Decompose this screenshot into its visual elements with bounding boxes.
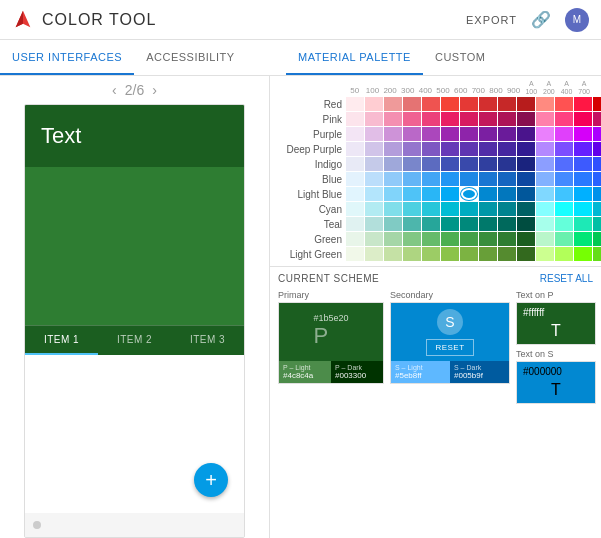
- color-cell-7-4[interactable]: [422, 202, 440, 216]
- color-cell-0-13[interactable]: [593, 97, 601, 111]
- color-cell-1-5[interactable]: [441, 112, 459, 126]
- color-cell-9-9[interactable]: [517, 232, 535, 246]
- color-cell-10-6[interactable]: [460, 247, 478, 261]
- color-cell-10-7[interactable]: [479, 247, 497, 261]
- color-cell-1-10[interactable]: [536, 112, 554, 126]
- text-on-primary-swatch[interactable]: #ffffff T: [516, 302, 596, 345]
- color-cell-2-9[interactable]: [517, 127, 535, 141]
- color-cell-6-3[interactable]: [403, 187, 421, 201]
- color-cell-0-12[interactable]: [574, 97, 592, 111]
- color-cell-9-3[interactable]: [403, 232, 421, 246]
- color-cell-6-6[interactable]: [460, 187, 478, 201]
- color-cell-5-10[interactable]: [536, 172, 554, 186]
- color-cell-0-7[interactable]: [479, 97, 497, 111]
- color-cell-9-2[interactable]: [384, 232, 402, 246]
- preview-tab-2[interactable]: ITEM 2: [98, 326, 171, 355]
- color-cell-1-3[interactable]: [403, 112, 421, 126]
- color-cell-1-9[interactable]: [517, 112, 535, 126]
- color-cell-8-9[interactable]: [517, 217, 535, 231]
- color-cell-0-2[interactable]: [384, 97, 402, 111]
- color-cell-5-0[interactable]: [346, 172, 364, 186]
- tab-user-interfaces[interactable]: USER INTERFACES: [0, 40, 134, 75]
- color-cell-1-13[interactable]: [593, 112, 601, 126]
- color-cell-5-13[interactable]: [593, 172, 601, 186]
- color-cell-2-5[interactable]: [441, 127, 459, 141]
- color-cell-3-11[interactable]: [555, 142, 573, 156]
- tab-custom[interactable]: CUSTOM: [423, 40, 497, 75]
- color-cell-0-4[interactable]: [422, 97, 440, 111]
- color-cell-2-2[interactable]: [384, 127, 402, 141]
- color-cell-7-13[interactable]: [593, 202, 601, 216]
- color-cell-4-6[interactable]: [460, 157, 478, 171]
- color-cell-4-8[interactable]: [498, 157, 516, 171]
- color-cell-5-6[interactable]: [460, 172, 478, 186]
- secondary-color-card[interactable]: S RESET S – Light #5eb8ff S – Dark #005b…: [390, 302, 510, 384]
- color-cell-4-5[interactable]: [441, 157, 459, 171]
- color-cell-4-7[interactable]: [479, 157, 497, 171]
- color-cell-0-8[interactable]: [498, 97, 516, 111]
- color-cell-10-8[interactable]: [498, 247, 516, 261]
- color-cell-9-1[interactable]: [365, 232, 383, 246]
- color-cell-3-7[interactable]: [479, 142, 497, 156]
- color-cell-0-1[interactable]: [365, 97, 383, 111]
- color-cell-2-12[interactable]: [574, 127, 592, 141]
- color-cell-1-7[interactable]: [479, 112, 497, 126]
- color-cell-5-5[interactable]: [441, 172, 459, 186]
- color-cell-4-10[interactable]: [536, 157, 554, 171]
- primary-color-card[interactable]: #1b5e20 P P – Light #4c8c4a P – Dark: [278, 302, 384, 384]
- color-cell-6-1[interactable]: [365, 187, 383, 201]
- color-cell-2-11[interactable]: [555, 127, 573, 141]
- color-cell-8-0[interactable]: [346, 217, 364, 231]
- reset-secondary-button[interactable]: RESET: [426, 339, 473, 356]
- color-cell-3-0[interactable]: [346, 142, 364, 156]
- color-cell-7-7[interactable]: [479, 202, 497, 216]
- color-cell-6-12[interactable]: [574, 187, 592, 201]
- color-cell-1-0[interactable]: [346, 112, 364, 126]
- color-cell-3-6[interactable]: [460, 142, 478, 156]
- color-cell-7-11[interactable]: [555, 202, 573, 216]
- prev-page-button[interactable]: ‹: [112, 82, 117, 98]
- color-cell-5-7[interactable]: [479, 172, 497, 186]
- color-cell-6-11[interactable]: [555, 187, 573, 201]
- color-cell-2-0[interactable]: [346, 127, 364, 141]
- tab-accessibility[interactable]: ACCESSIBILITY: [134, 40, 246, 75]
- color-cell-6-0[interactable]: [346, 187, 364, 201]
- color-cell-8-6[interactable]: [460, 217, 478, 231]
- color-cell-3-13[interactable]: [593, 142, 601, 156]
- color-cell-7-10[interactable]: [536, 202, 554, 216]
- color-cell-2-1[interactable]: [365, 127, 383, 141]
- next-page-button[interactable]: ›: [152, 82, 157, 98]
- color-cell-2-7[interactable]: [479, 127, 497, 141]
- color-cell-10-12[interactable]: [574, 247, 592, 261]
- color-cell-5-1[interactable]: [365, 172, 383, 186]
- color-cell-5-11[interactable]: [555, 172, 573, 186]
- color-cell-6-13[interactable]: [593, 187, 601, 201]
- color-cell-9-5[interactable]: [441, 232, 459, 246]
- color-cell-7-0[interactable]: [346, 202, 364, 216]
- color-cell-10-10[interactable]: [536, 247, 554, 261]
- color-cell-10-2[interactable]: [384, 247, 402, 261]
- color-cell-5-12[interactable]: [574, 172, 592, 186]
- color-cell-9-10[interactable]: [536, 232, 554, 246]
- color-cell-8-2[interactable]: [384, 217, 402, 231]
- color-cell-8-5[interactable]: [441, 217, 459, 231]
- color-cell-8-1[interactable]: [365, 217, 383, 231]
- color-cell-5-2[interactable]: [384, 172, 402, 186]
- color-cell-8-4[interactable]: [422, 217, 440, 231]
- color-cell-8-8[interactable]: [498, 217, 516, 231]
- color-cell-6-2[interactable]: [384, 187, 402, 201]
- color-cell-6-9[interactable]: [517, 187, 535, 201]
- color-cell-2-4[interactable]: [422, 127, 440, 141]
- color-cell-2-8[interactable]: [498, 127, 516, 141]
- preview-tab-1[interactable]: ITEM 1: [25, 326, 98, 355]
- color-cell-0-0[interactable]: [346, 97, 364, 111]
- tab-material-palette[interactable]: MATERIAL PALETTE: [286, 40, 423, 75]
- color-cell-9-6[interactable]: [460, 232, 478, 246]
- color-cell-10-11[interactable]: [555, 247, 573, 261]
- color-cell-4-11[interactable]: [555, 157, 573, 171]
- color-cell-6-4[interactable]: [422, 187, 440, 201]
- color-cell-8-7[interactable]: [479, 217, 497, 231]
- color-cell-8-13[interactable]: [593, 217, 601, 231]
- color-cell-7-5[interactable]: [441, 202, 459, 216]
- color-cell-0-6[interactable]: [460, 97, 478, 111]
